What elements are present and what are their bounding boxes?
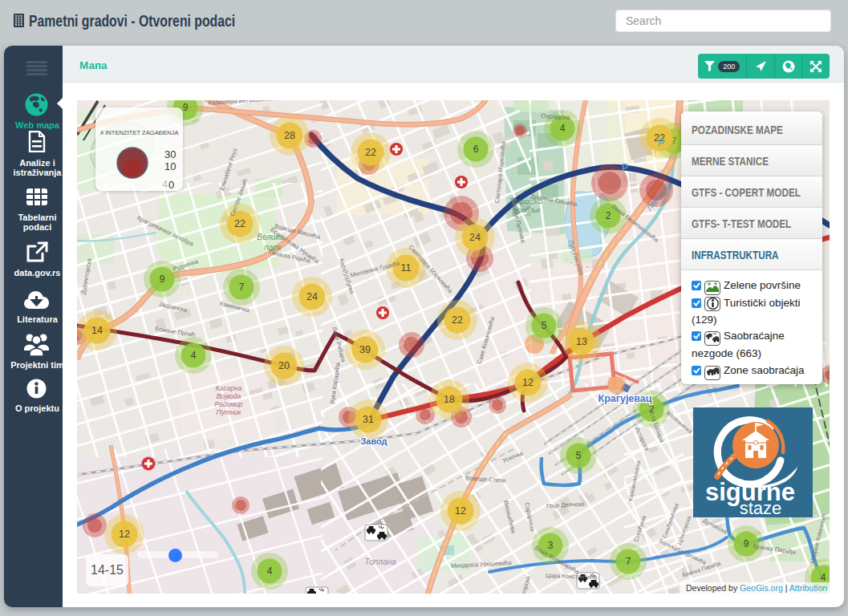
svg-text:Радомир: Радомир bbox=[214, 400, 242, 408]
svg-text:2: 2 bbox=[606, 210, 611, 221]
svg-text:9: 9 bbox=[160, 274, 165, 285]
svg-text:Војвода: Војвода bbox=[217, 392, 241, 400]
svg-text:24: 24 bbox=[306, 291, 318, 302]
svg-text:P: P bbox=[658, 137, 664, 148]
svg-text:24: 24 bbox=[469, 232, 481, 243]
svg-text:28: 28 bbox=[284, 130, 295, 141]
svg-text:Охридска: Охридска bbox=[541, 112, 570, 121]
svg-text:Завод: Завод bbox=[360, 436, 387, 446]
svg-text:3: 3 bbox=[548, 540, 554, 551]
svg-text:staze: staze bbox=[740, 498, 782, 517]
svg-text:14: 14 bbox=[91, 325, 103, 336]
svg-text:12: 12 bbox=[455, 505, 466, 517]
svg-text:13: 13 bbox=[576, 336, 587, 347]
svg-text:5: 5 bbox=[542, 320, 547, 331]
svg-text:31: 31 bbox=[363, 414, 374, 425]
svg-text:22: 22 bbox=[234, 218, 245, 229]
svg-text:4: 4 bbox=[821, 572, 826, 583]
svg-text:7: 7 bbox=[239, 282, 245, 293]
svg-text:4: 4 bbox=[191, 350, 197, 361]
svg-text:22: 22 bbox=[452, 314, 463, 326]
svg-text:22: 22 bbox=[365, 147, 376, 158]
svg-text:Путник: Путник bbox=[217, 408, 242, 416]
svg-text:Топлана: Топлана bbox=[364, 557, 396, 566]
svg-text:5: 5 bbox=[576, 450, 582, 461]
svg-text:Велики: Велики bbox=[257, 233, 284, 241]
svg-text:гробље: гробље bbox=[514, 206, 541, 214]
svg-text:9: 9 bbox=[744, 538, 749, 549]
svg-text:12: 12 bbox=[119, 529, 130, 540]
svg-text:4: 4 bbox=[560, 123, 566, 134]
svg-text:9: 9 bbox=[183, 102, 189, 113]
svg-text:Крагујевац: Крагујевац bbox=[598, 393, 652, 404]
svg-text:18: 18 bbox=[444, 394, 455, 405]
svg-text:39: 39 bbox=[359, 344, 371, 355]
svg-text:парк: парк bbox=[264, 243, 282, 252]
svg-text:4: 4 bbox=[267, 565, 273, 577]
svg-text:Касарна: Касарна bbox=[216, 384, 242, 392]
svg-text:20: 20 bbox=[278, 360, 290, 371]
svg-text:Варошко: Варошко bbox=[512, 197, 542, 205]
svg-text:11: 11 bbox=[401, 262, 412, 274]
svg-text:7: 7 bbox=[626, 556, 631, 567]
svg-text:P: P bbox=[622, 162, 628, 173]
svg-text:6: 6 bbox=[473, 144, 479, 155]
svg-text:12: 12 bbox=[522, 377, 534, 388]
